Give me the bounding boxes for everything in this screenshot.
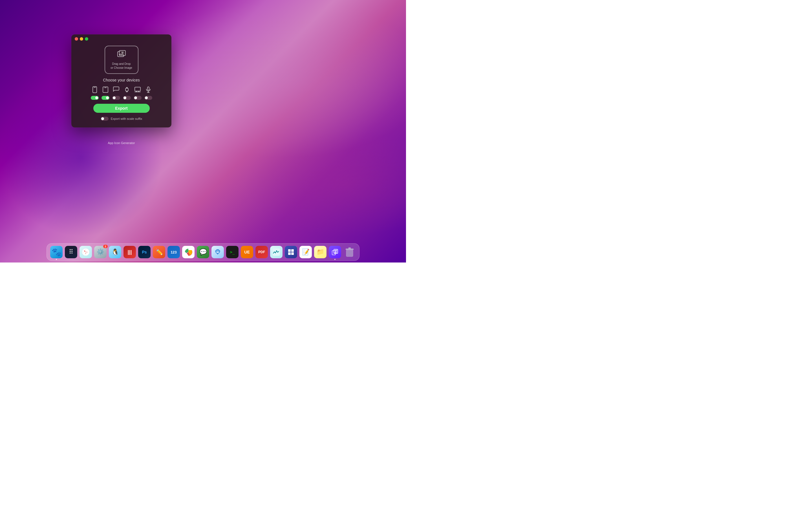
device-ipad — [102, 86, 109, 100]
pdf-icon: PDF — [255, 246, 268, 258]
airdrop-icon — [211, 246, 224, 258]
dock-item-launchpad[interactable]: ⠿ — [64, 245, 78, 259]
dock-item-app-icon-gen[interactable] — [328, 245, 342, 259]
app-window: Drag and Drop or Choose Image Choose you… — [71, 34, 171, 127]
safari-icon — [79, 246, 92, 258]
num123-icon: 123 — [167, 246, 180, 258]
svg-rect-36 — [348, 247, 351, 249]
close-button[interactable] — [75, 37, 78, 41]
dock-item-textedit[interactable]: 📝 — [299, 245, 312, 259]
svg-rect-1 — [119, 50, 125, 56]
dock-item-airdrop[interactable] — [211, 245, 224, 259]
dock-item-photoshop[interactable]: Ps — [138, 245, 151, 259]
device-mic — [144, 86, 152, 100]
svg-rect-12 — [148, 87, 149, 90]
dock-item-activity-monitor[interactable] — [270, 245, 283, 259]
watch-toggle[interactable] — [123, 96, 131, 100]
system-prefs-badge: 2 — [103, 245, 108, 248]
photoshop-icon: Ps — [138, 246, 151, 258]
dock-item-123[interactable]: 123 — [167, 245, 180, 259]
svg-rect-25 — [291, 249, 294, 252]
imessage-icon — [113, 86, 120, 94]
image-upload-icon — [117, 50, 126, 60]
trash-icon — [343, 246, 356, 258]
svg-rect-27 — [291, 252, 294, 255]
dock-item-trash[interactable] — [343, 245, 356, 259]
mac-toggle[interactable] — [134, 96, 141, 100]
finder-icon: 🐾 — [50, 246, 63, 258]
dock-item-safari[interactable] — [79, 245, 92, 259]
svg-rect-23 — [273, 249, 280, 256]
dock-item-pdf[interactable]: PDF — [255, 245, 268, 259]
chrome-icon — [182, 246, 195, 258]
suffix-label: Export with scale suffix — [111, 117, 142, 120]
drop-zone[interactable]: Drag and Drop or Choose Image — [105, 46, 138, 74]
winbuddy-icon — [285, 246, 297, 258]
wechat-icon: 💬 — [197, 246, 209, 258]
export-button[interactable]: Export — [93, 104, 150, 113]
dock-item-finder[interactable]: 🐾 — [50, 245, 63, 259]
titlebar — [71, 34, 171, 43]
svg-rect-7 — [125, 88, 128, 91]
dock-dot-app-icon-gen — [334, 259, 335, 260]
drop-zone-text: Drag and Drop or Choose Image — [110, 62, 132, 70]
devices-row — [91, 86, 152, 100]
window-title-below: App Icon Generator — [71, 141, 171, 145]
filezilla-icon: 📁 — [314, 246, 327, 258]
microphone-icon — [145, 86, 152, 94]
mac-icon — [134, 86, 141, 94]
maximize-button[interactable] — [85, 37, 88, 41]
terminal-icon: >_ — [226, 246, 239, 258]
suffix-toggle[interactable] — [101, 117, 108, 121]
ipad-icon — [102, 86, 109, 94]
imessage-toggle[interactable] — [112, 96, 120, 100]
device-watch — [123, 86, 131, 100]
dock: 🐾 ⠿ ⚙️ — [46, 243, 360, 261]
dock-item-terminal[interactable]: >_ — [226, 245, 239, 259]
dock-item-ue[interactable]: UE — [240, 245, 254, 259]
svg-rect-24 — [288, 249, 291, 252]
ipad-toggle[interactable] — [102, 96, 109, 100]
dock-item-wechat[interactable]: 💬 — [196, 245, 210, 259]
mic-toggle[interactable] — [144, 96, 152, 100]
textedit-icon: 📝 — [299, 246, 312, 258]
minimize-button[interactable] — [80, 37, 83, 41]
istat-icon: ||| — [123, 246, 136, 258]
device-mac — [134, 86, 141, 100]
suffix-row: Export with scale suffix — [101, 117, 142, 121]
ue-icon: UE — [241, 246, 253, 258]
qq-icon: 🐧 — [109, 246, 121, 258]
svg-rect-8 — [135, 87, 140, 91]
dock-item-winbuddy[interactable] — [284, 245, 298, 259]
svg-rect-26 — [288, 252, 291, 255]
dock-item-qq[interactable]: 🐧 — [108, 245, 122, 259]
dock-dot — [56, 259, 57, 260]
watch-icon — [123, 86, 130, 94]
dock-item-istat[interactable]: ||| — [123, 245, 136, 259]
dock-item-filezilla[interactable]: 📁 — [314, 245, 327, 259]
svg-point-22 — [217, 253, 218, 254]
iphone-toggle[interactable] — [91, 96, 99, 100]
iphone-icon — [91, 86, 98, 94]
devices-title: Choose your devices — [103, 78, 140, 82]
dock-item-system-prefs[interactable]: ⚙️ 2 — [94, 245, 107, 259]
app-icon-gen-icon — [329, 246, 341, 258]
activity-monitor-icon — [270, 246, 283, 258]
dock-item-chrome[interactable] — [182, 245, 195, 259]
dock-item-pages[interactable]: ✏️ — [152, 245, 166, 259]
device-iphone — [91, 86, 99, 100]
desktop: Drag and Drop or Choose Image Choose you… — [0, 0, 406, 262]
device-imessage — [112, 86, 120, 100]
pages-icon: ✏️ — [153, 246, 165, 258]
launchpad-icon: ⠿ — [65, 246, 77, 258]
window-content: Drag and Drop or Choose Image Choose you… — [71, 43, 171, 127]
